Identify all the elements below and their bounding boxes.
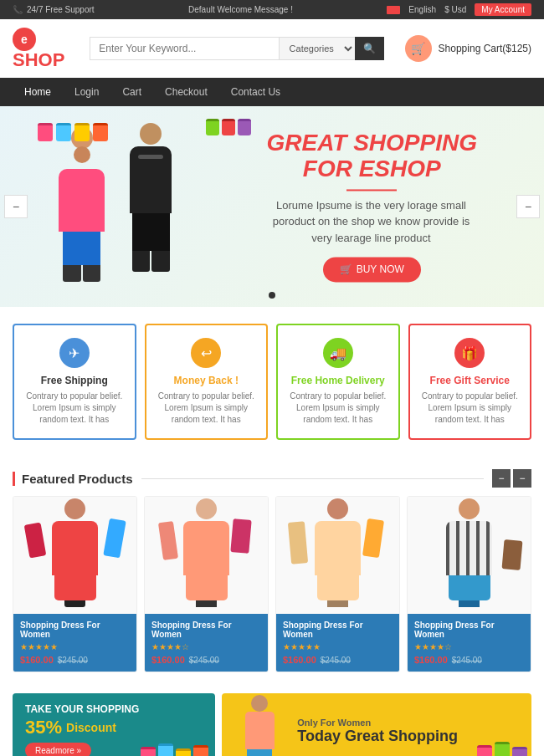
money-back-icon: ↩: [191, 338, 221, 368]
price-new-1: $160.00: [20, 655, 54, 665]
nav-link-contact[interactable]: Contact Us: [219, 78, 292, 106]
product-name-2: Shopping Dress For Women: [151, 621, 261, 639]
delivery-title: Free Home Delivery: [286, 375, 390, 386]
product-prices-2: $160.00 $245.00: [151, 655, 261, 665]
promo-banner-1: TAKE YOUR SHOPPING 35% Discount Readmore…: [13, 693, 215, 756]
featured-products-header: Featured Products − −: [0, 457, 544, 496]
promo-bags: [141, 743, 208, 756]
product-stars-2: ★★★★☆: [151, 642, 261, 651]
logo-name: SHOP: [13, 51, 64, 69]
product-name-4: Shopping Dress For Women: [414, 621, 524, 639]
nav-link-home[interactable]: Home: [13, 78, 63, 106]
logo-circle: e: [13, 28, 36, 51]
hero-next-button[interactable]: −: [516, 195, 540, 218]
hero-title: GREAT SHOPPING FOR ESHOP: [266, 130, 477, 182]
promo-readmore-button[interactable]: Readmore »: [25, 743, 91, 756]
cart-label: Shopping Cart($125): [439, 43, 531, 54]
hero-dots: [269, 292, 275, 299]
shipping-desc: Contrary to popular belief. Lorem Ipsum …: [23, 391, 126, 426]
products-prev-button[interactable]: −: [492, 469, 511, 488]
promo-discount: 35%: [25, 717, 62, 738]
product-card-1[interactable]: Shopping Dress For Women ★★★★★ $160.00 $…: [13, 496, 137, 672]
support-text: 24/7 Free Support: [27, 5, 95, 14]
hero-buy-button[interactable]: 🛒 BUY NOW: [323, 258, 421, 283]
product-info-4: Shopping Dress For Women ★★★★☆ $160.00 $…: [408, 614, 531, 672]
feature-free-shipping: ✈ Free Shipping Contrary to popular beli…: [13, 324, 136, 440]
cart-icon: 🛒: [405, 35, 432, 62]
product-prices-4: $160.00 $245.00: [414, 655, 524, 665]
product-card-4[interactable]: Shopping Dress For Women ★★★★☆ $160.00 $…: [407, 496, 531, 672]
hero-dot-1[interactable]: [269, 292, 275, 299]
nav-item-checkout[interactable]: Checkout: [153, 78, 219, 106]
search-input[interactable]: [90, 37, 278, 60]
nav-item-home[interactable]: Home: [13, 78, 63, 106]
feature-home-delivery: 🚚 Free Home Delivery Contrary to popular…: [276, 324, 400, 440]
product-image-4: [408, 497, 531, 614]
promo-banner-2: Only For Women Today Great Shopping: [222, 693, 531, 756]
delivery-icon: 🚚: [323, 338, 353, 368]
promo-text-1: TAKE YOUR SHOPPING 35% Discount Readmore…: [25, 703, 139, 756]
nav-link-login[interactable]: Login: [63, 78, 110, 106]
logo-letter: e: [21, 33, 28, 46]
shipping-title: Free Shipping: [23, 375, 126, 386]
shopping-bags2: [206, 119, 251, 135]
nav-item-login[interactable]: Login: [63, 78, 110, 106]
hero-banner: −: [0, 106, 544, 307]
promo-person: [230, 695, 289, 756]
product-stars-1: ★★★★★: [20, 642, 130, 651]
welcome-text: Default Welcome Message !: [188, 5, 293, 14]
promo-discount-label: Discount: [66, 721, 116, 734]
main-nav: Home Login Cart Checkout Contact Us: [0, 78, 544, 106]
product-image-1: [13, 497, 136, 614]
product-card-2[interactable]: Shopping Dress For Women ★★★★☆ $160.00 $…: [144, 496, 269, 672]
cart-area[interactable]: 🛒 Shopping Cart($125): [405, 35, 531, 62]
delivery-desc: Contrary to popular belief. Lorem Ipsum …: [286, 391, 390, 426]
gift-icon: 🎁: [454, 338, 485, 368]
price-new-3: $160.00: [283, 655, 316, 665]
promo-only-women: Only For Women: [297, 718, 464, 728]
price-old-2: $245.00: [189, 656, 219, 665]
product-image-2: [145, 497, 268, 614]
features-section: ✈ Free Shipping Contrary to popular beli…: [0, 307, 544, 457]
nav-item-contact[interactable]: Contact Us: [219, 78, 292, 106]
account-button[interactable]: My Account: [475, 3, 531, 16]
product-card-3[interactable]: Shopping Dress For Women ★★★★★ $160.00 $…: [275, 496, 400, 672]
product-prices-3: $160.00 $245.00: [283, 655, 393, 665]
promo-text-2: Only For Women Today Great Shopping: [297, 718, 464, 745]
section-nav: − −: [492, 469, 531, 488]
feature-money-back: ↩ Money Back ! Contrary to popular belie…: [145, 324, 269, 440]
product-stars-4: ★★★★☆: [414, 642, 524, 651]
money-back-desc: Contrary to popular belief. Lorem Ipsum …: [155, 391, 259, 426]
promo-bags-2: [477, 742, 527, 756]
person1: [46, 127, 117, 307]
hero-content: GREAT SHOPPING FOR ESHOP Lorume Ipsume i…: [266, 130, 477, 282]
currency-select[interactable]: $ Usd: [444, 5, 466, 14]
hero-prev-button[interactable]: −: [4, 195, 28, 218]
product-list: Shopping Dress For Women ★★★★★ $160.00 $…: [0, 496, 544, 685]
nav-link-cart[interactable]: Cart: [110, 78, 153, 106]
product-prices-1: $160.00 $245.00: [20, 655, 130, 665]
top-bar-left: 📞 24/7 Free Support: [13, 5, 95, 14]
language-select[interactable]: English: [408, 5, 436, 14]
logo[interactable]: e SHOP: [13, 28, 64, 69]
promo-banners: TAKE YOUR SHOPPING 35% Discount Readmore…: [0, 685, 544, 756]
nav-link-checkout[interactable]: Checkout: [153, 78, 219, 106]
category-select[interactable]: Categories: [279, 37, 355, 60]
product-name-1: Shopping Dress For Women: [20, 621, 130, 639]
nav-item-cart[interactable]: Cart: [110, 78, 153, 106]
cart-btn-icon: 🛒: [340, 264, 352, 276]
price-new-4: $160.00: [414, 655, 448, 665]
price-old-1: $245.00: [58, 656, 88, 665]
search-button[interactable]: 🔍: [355, 37, 384, 60]
product-info-2: Shopping Dress For Women ★★★★☆ $160.00 $…: [145, 614, 268, 672]
phone-icon: 📞: [13, 5, 23, 14]
person2: [117, 123, 184, 307]
hero-image: [33, 115, 259, 307]
product-info-1: Shopping Dress For Women ★★★★★ $160.00 $…: [13, 614, 136, 672]
price-old-4: $245.00: [452, 656, 482, 665]
search-area: Categories 🔍: [90, 37, 383, 60]
products-next-button[interactable]: −: [513, 469, 531, 488]
shipping-icon: ✈: [59, 338, 90, 368]
product-name-3: Shopping Dress For Women: [283, 621, 393, 639]
product-image-3: [276, 497, 399, 614]
